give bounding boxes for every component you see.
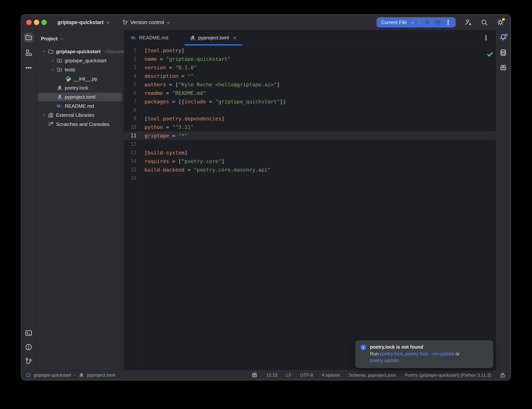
ai-assistant-toolwindow-button[interactable] — [498, 63, 508, 73]
copilot-icon[interactable] — [251, 372, 258, 378]
tree-item-tests[interactable]: tests — [36, 65, 124, 74]
code-line[interactable]: 13[build-system] — [124, 149, 496, 157]
svg-text:[T]: [T] — [59, 88, 63, 91]
line-number[interactable]: 8 — [124, 106, 141, 114]
close-window-button[interactable] — [26, 20, 32, 25]
tab-readme-md[interactable]: M↓ README.md — [126, 30, 173, 45]
code-line-current[interactable]: 11griptape = "*" — [124, 131, 496, 140]
tree-item-label: poetry.lock — [65, 85, 88, 91]
tree-item--init-py[interactable]: __init__.py — [36, 74, 124, 83]
chevron-down-icon[interactable] — [49, 68, 56, 72]
project-panel-title: Project — [41, 36, 57, 42]
chevron-down-icon[interactable] — [40, 50, 47, 53]
run-configuration-selector[interactable]: Current File — [381, 19, 407, 25]
schema-widget[interactable]: Schema: pyproject.json — [349, 372, 396, 378]
code-line[interactable]: 12 — [124, 140, 496, 149]
notification-action-link[interactable]: poetry update — [370, 358, 399, 363]
line-number[interactable]: 11 — [124, 131, 141, 140]
code-line[interactable]: 8 — [124, 106, 496, 114]
line-separator-widget[interactable]: LF — [286, 372, 292, 378]
zoom-window-button[interactable] — [41, 20, 47, 25]
terminal-toolwindow-button[interactable] — [24, 328, 34, 338]
vcs-toolwindow-button[interactable] — [24, 356, 34, 366]
inspections-ok-icon[interactable] — [486, 51, 493, 57]
code-line-text: griptape = "*" — [141, 131, 188, 140]
tree-item-external-libraries[interactable]: External Libraries — [36, 111, 124, 120]
line-number[interactable]: 16 — [124, 174, 141, 183]
tree-item-pyproject-toml[interactable]: [T]pyproject.toml — [36, 93, 124, 102]
code-line[interactable]: 7packages = [{include = "griptape_quicks… — [124, 97, 496, 106]
tab-label: README.md — [139, 35, 168, 41]
editor-tab-bar: M↓ README.md [T] pyproject.toml — [124, 30, 496, 46]
caret-position-widget[interactable]: 11:15 — [266, 372, 277, 378]
unlocked-icon[interactable] — [500, 372, 506, 378]
code-line[interactable]: 5authors = ["Kyle Roche <hello@griptape.… — [124, 80, 496, 89]
code-line[interactable]: 4description = "" — [124, 72, 496, 80]
chevron-right-icon[interactable] — [49, 59, 56, 63]
breadcrumb-project[interactable]: griptape-quickstart — [34, 372, 71, 378]
code-line[interactable]: 14requires = ["poetry-core"] — [124, 157, 496, 166]
code-line[interactable]: 15build-backend = "poetry.core.masonry.a… — [124, 166, 496, 174]
problems-toolwindow-button[interactable] — [24, 342, 34, 352]
database-toolwindow-button[interactable] — [498, 48, 508, 57]
tree-item-scratches-and-consoles[interactable]: Scratches and Consoles — [36, 120, 124, 129]
line-number[interactable]: 6 — [124, 89, 141, 97]
tree-item-readme-md[interactable]: M↓README.md — [36, 102, 124, 111]
debug-button[interactable] — [434, 19, 441, 26]
structure-toolwindow-button[interactable] — [24, 48, 34, 57]
line-number[interactable]: 12 — [124, 140, 141, 149]
code-line[interactable]: 10python = "^3.11" — [124, 123, 496, 131]
code-line[interactable]: 9[tool.poetry.dependencies] — [124, 114, 496, 123]
notification-text: , — [403, 351, 405, 356]
main-area: Project griptape-quickstart~/Documegript… — [21, 30, 511, 370]
project-toolwindow-button[interactable] — [24, 33, 34, 42]
run-button[interactable] — [424, 19, 431, 26]
code-line-text — [141, 106, 145, 114]
line-number[interactable]: 3 — [124, 63, 141, 72]
search-icon[interactable] — [481, 19, 488, 26]
tree-item-griptape-quickstart[interactable]: griptape_quickstart — [36, 56, 124, 65]
tab-pyproject-toml[interactable]: [T] pyproject.toml — [184, 30, 242, 45]
notification-action-link[interactable]: poetry lock --no-update — [405, 351, 454, 356]
project-widget[interactable]: griptape-quickstart — [57, 19, 110, 25]
minimize-window-button[interactable] — [34, 20, 39, 25]
code-line-text: build-backend = "poetry.core.masonry.api… — [141, 166, 271, 174]
settings-button[interactable] — [497, 19, 504, 26]
chevron-right-icon[interactable] — [40, 113, 47, 117]
line-number[interactable]: 14 — [124, 157, 141, 166]
more-run-options-button[interactable] — [445, 19, 451, 25]
project-panel-header[interactable]: Project — [36, 30, 124, 47]
line-number[interactable]: 10 — [124, 123, 141, 131]
line-number[interactable]: 9 — [124, 114, 141, 123]
line-number[interactable]: 4 — [124, 72, 141, 80]
encoding-widget[interactable]: UTF-8 — [300, 372, 313, 378]
notification-text: Run — [370, 351, 380, 356]
notification-action-link[interactable]: poetry lock — [380, 351, 403, 356]
line-number[interactable]: 7 — [124, 97, 141, 106]
code-line[interactable]: 1[tool.poetry] — [124, 46, 496, 55]
line-number[interactable]: 15 — [124, 166, 141, 174]
tree-item-griptape-quickstart[interactable]: griptape-quickstart~/Docume — [36, 47, 124, 56]
code-editor[interactable]: 1[tool.poetry]2name = "griptape-quicksta… — [124, 46, 496, 370]
line-number[interactable]: 2 — [124, 55, 141, 63]
code-line[interactable]: 2name = "griptape-quickstart" — [124, 55, 496, 63]
close-tab-icon[interactable] — [232, 35, 237, 40]
line-number[interactable]: 5 — [124, 80, 141, 89]
indent-widget[interactable]: 4 spaces — [322, 372, 340, 378]
notifications-button[interactable] — [498, 33, 508, 42]
breadcrumb-file[interactable]: pyproject.toml — [87, 372, 115, 378]
interpreter-widget[interactable]: Poetry (griptape-quickstart) [Python 3.1… — [404, 372, 491, 378]
tree-item-poetry-lock[interactable]: [T]poetry.lock — [36, 83, 124, 93]
vcs-widget[interactable]: Version control — [122, 19, 171, 25]
code-line[interactable]: 6readme = "README.md" — [124, 89, 496, 97]
tab-options-button[interactable] — [483, 30, 489, 45]
line-number[interactable]: 1 — [124, 46, 141, 55]
code-line[interactable]: 16 — [124, 174, 496, 183]
divider — [419, 19, 419, 25]
svg-text:[T]: [T] — [59, 97, 63, 100]
more-toolwindows-button[interactable] — [24, 63, 34, 73]
invite-user-icon[interactable] — [464, 19, 472, 26]
line-number[interactable]: 13 — [124, 149, 141, 157]
chevron-down-icon[interactable] — [411, 21, 414, 25]
code-line[interactable]: 3version = "0.1.0" — [124, 63, 496, 72]
